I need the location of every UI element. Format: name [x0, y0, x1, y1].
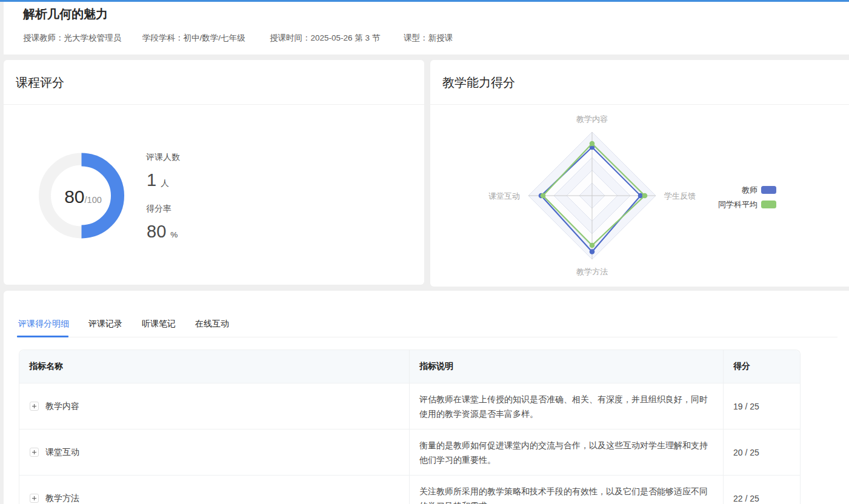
svg-text:课堂互动: 课堂互动 [488, 191, 520, 201]
svg-text:教学方法: 教学方法 [576, 267, 608, 276]
svg-text:教学内容: 教学内容 [576, 114, 608, 124]
